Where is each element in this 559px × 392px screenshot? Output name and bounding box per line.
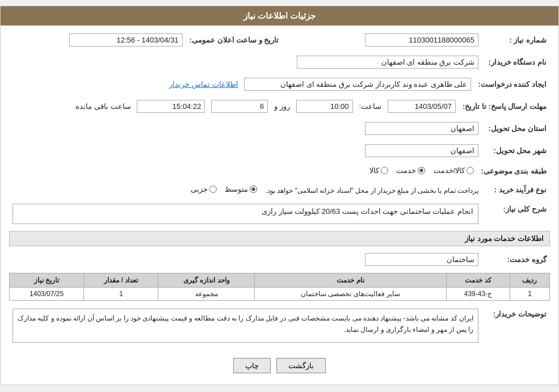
info-row-8: نوع فرآیند خرید : پرداخت تمام یا بخشی از…: [9, 183, 550, 197]
back-button[interactable]: بازگشت: [276, 358, 326, 373]
ijad-konande-label: ایجاد کننده درخواست:: [474, 75, 550, 93]
info-row-5: استان محل تحویل: اصفهان: [9, 120, 550, 137]
cell-vahed: مجموعه: [158, 288, 255, 301]
name-dastgah-value: شرکت برق منطقه ای اصفهان: [9, 53, 482, 71]
col-tedad: تعداد / مقدار: [84, 273, 158, 288]
col-radif: ردیف: [510, 273, 549, 288]
col-vahed: واحد اندازه گیری: [158, 273, 255, 288]
radio-kala-khadamat-circle: [466, 167, 474, 174]
tosihaat-label: توضیحات خریدار:: [482, 306, 550, 345]
services-table-section: ردیف کد خدمت نام خدمت واحد اندازه گیری ت…: [9, 273, 550, 301]
name-dastgah-input: شرکت برق منطقه ای اصفهان: [297, 56, 478, 69]
tarikho-saat-value: 1403/04/31 - 12:56: [9, 31, 186, 49]
print-button[interactable]: چاپ: [233, 358, 271, 373]
radio-kala-khadamat-item: کالا/خدمت: [434, 166, 474, 175]
tosihaat-section: توضیحات خریدار: ایران کد مشابه می باشد- …: [9, 306, 550, 345]
sharh-value: انجام عملیات ساختمانی جهت احداث پست 20/6…: [9, 201, 482, 226]
shahr-input: اصفهان: [365, 144, 478, 157]
cell-name: سایر فعالیت‌های تخصصی ساختمان: [255, 288, 447, 301]
radio-jozii-circle: [209, 186, 217, 193]
shomara-niaz-value: 1103001188000065: [305, 31, 482, 49]
cell-tedad: 1: [84, 288, 158, 301]
grooh-label: گروه خدمت:: [482, 251, 550, 268]
radio-motavat-circle: [250, 186, 257, 193]
shomara-niaz-label: شماره نیاز :: [482, 31, 550, 49]
col-name: نام خدمت: [255, 273, 447, 288]
radio-kala-item: کالا: [369, 166, 388, 175]
tarikho-saat-input: 1403/04/31 - 12:56: [69, 33, 183, 47]
ettelaat-link[interactable]: اطلاعات تماس خریدار: [169, 80, 238, 88]
saat-mande-input: 15:04:22: [137, 100, 205, 113]
buttons-row: بازگشت چاپ: [9, 349, 550, 379]
tabaghebandi-label: طبقه بندی موضوعی:: [477, 164, 550, 178]
page-wrapper: جزئیات اطلاعات نیاز شماره نیاز : 1103001…: [0, 6, 559, 385]
sharh-input: انجام عملیات ساختمانی جهت احداث پست 20/6…: [12, 204, 478, 224]
info-row-6: شهر محل تحویل: اصفهان: [9, 142, 550, 159]
ostan-label: استان محل تحویل:: [482, 120, 550, 137]
radio-khadamat-circle: [418, 167, 425, 174]
mohlet-label: مهلت ارسال پاسخ: تا تاریخ:: [459, 98, 550, 115]
shomara-niaz-input: 1103001188000065: [365, 33, 478, 47]
info-row-4: مهلت ارسال پاسخ: تا تاریخ: 1403/05/07 سا…: [9, 98, 550, 115]
grooh-input: ساختمان: [365, 253, 478, 266]
grooh-value: ساختمان: [9, 251, 482, 268]
cell-radif: 1: [510, 288, 549, 301]
radio-kala-label: کالا: [369, 166, 379, 175]
roz-input: 6: [211, 100, 268, 113]
time-label: ساعت:: [359, 102, 381, 111]
ijad-konande-input: علی ظاهری عبده وند کاربرداز شرکت برق منط…: [244, 78, 471, 91]
col-kod: کد خدمت: [446, 273, 510, 288]
radio-kala-circle: [381, 167, 388, 174]
ostan-input: اصفهان: [365, 122, 478, 135]
tosihaat-value: ایران کد مشابه می باشد- پیشنهاد دهنده می…: [9, 306, 482, 345]
info-row-3: ایجاد کننده درخواست: علی ظاهری عبده وند …: [9, 75, 550, 93]
cell-tarikh: 1403/07/25: [10, 288, 84, 301]
ijad-konande-value: علی ظاهری عبده وند کاربرداز شرکت برق منط…: [9, 75, 474, 93]
radio-motavat-item: متوسط: [225, 185, 257, 193]
header-title: جزئیات اطلاعات نیاز: [243, 11, 316, 20]
radio-khadamat-label: خدمت: [396, 166, 416, 175]
info-row-2: نام دستگاه خریدار: شرکت برق منطقه ای اصف…: [9, 53, 550, 71]
time-input: 10:00: [296, 100, 353, 113]
date-input: 1403/05/07: [388, 100, 456, 113]
radio-khadamat-item: خدمت: [396, 166, 425, 175]
name-dastgah-label: نام دستگاه خریدار:: [482, 53, 550, 71]
services-table: ردیف کد خدمت نام خدمت واحد اندازه گیری ت…: [9, 273, 550, 301]
radio-motavat-label: متوسط: [225, 185, 248, 193]
ostan-value: اصفهان: [9, 120, 482, 137]
radio-jozii-item: جزیی: [191, 185, 217, 193]
grooh-row: گروه خدمت: ساختمان: [9, 251, 550, 268]
sharh-section: شرح کلی نیاز: انجام عملیات ساختمانی جهت …: [9, 201, 550, 226]
mohlet-values: 1403/05/07 ساعت: 10:00 روز و 6 15:04:22 …: [9, 98, 459, 115]
nooe-farayand-label: نوع فرآیند خرید :: [482, 183, 550, 197]
radio-kala-khadamat-label: کالا/خدمت: [434, 166, 465, 175]
tarikho-saat-label: تاریخ و ساعت اعلان عمومی:: [186, 31, 283, 49]
saat-mande-label: ساعت باقی مانده: [75, 102, 131, 111]
shahr-label: شهر محل تحویل:: [482, 142, 550, 159]
col-tarikh: تاریخ نیاز: [10, 273, 84, 288]
page-header: جزئیات اطلاعات نیاز: [1, 6, 558, 26]
info-row-1: شماره نیاز : 1103001188000065 تاریخ و سا…: [9, 31, 550, 49]
farayand-note: پرداخت تمام یا بخشی از مبلغ خریدار از مح…: [266, 187, 478, 195]
shahr-value: اصفهان: [9, 142, 482, 159]
info-row-7: طبقه بندی موضوعی: کالا/خدمت خدمت کا: [9, 164, 550, 178]
radio-jozii-label: جزیی: [191, 185, 208, 193]
cell-kod: ج-43-439: [446, 288, 510, 301]
tabaghebandi-radios: کالا/خدمت خدمت کالا: [9, 164, 477, 178]
section2-title: اطلاعات خدمات مورد نیاز: [9, 231, 550, 246]
tosihaat-box: ایران کد مشابه می باشد- پیشنهاد دهنده می…: [12, 309, 478, 343]
roz-label: روز و: [274, 102, 290, 111]
main-content: شماره نیاز : 1103001188000065 تاریخ و سا…: [1, 26, 558, 385]
table-row: 1ج-43-439سایر فعالیت‌های تخصصی ساختمانمج…: [10, 288, 550, 301]
sharh-label: شرح کلی نیاز:: [482, 201, 550, 226]
nooe-farayand-radios: پرداخت تمام یا بخشی از مبلغ خریدار از مح…: [9, 183, 482, 197]
